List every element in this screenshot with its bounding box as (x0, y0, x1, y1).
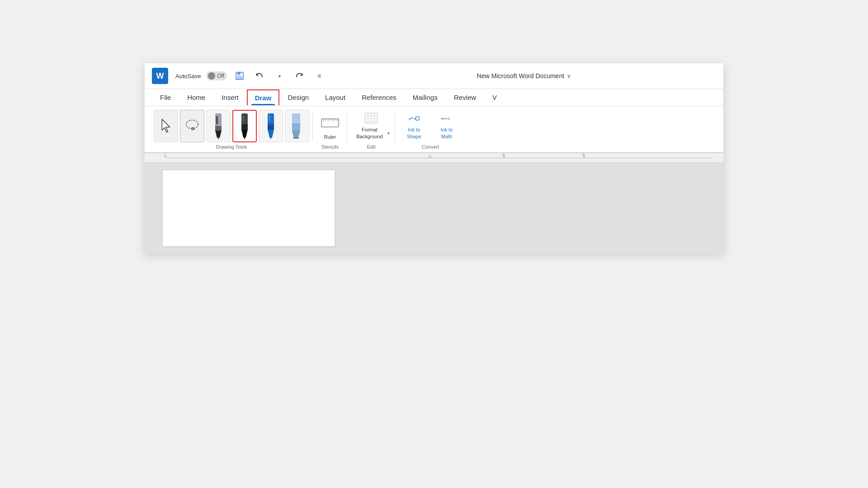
ruler-button[interactable]: Ruler (316, 111, 344, 141)
svg-rect-9 (215, 126, 222, 131)
svg-rect-2 (237, 76, 242, 79)
save-button[interactable] (232, 69, 247, 83)
edit-label: Edit (367, 144, 376, 150)
svg-marker-16 (244, 136, 245, 140)
svg-rect-1 (237, 72, 241, 75)
pen-gray-tool-button[interactable] (206, 110, 231, 142)
edit-items: Format Background ▾ (351, 110, 392, 142)
svg-marker-3 (162, 119, 170, 132)
app-window: W AutoSave Off ▾ (145, 63, 723, 253)
stencils-items: Ruler (316, 110, 344, 142)
word-logo: W (152, 68, 168, 84)
menu-references[interactable]: References (354, 89, 405, 106)
autosave-toggle[interactable]: Off (206, 71, 227, 80)
ink-to-shape-icon (404, 113, 424, 125)
autosave-label: AutoSave (175, 73, 201, 80)
document-area: · (145, 163, 723, 253)
undo-dropdown[interactable]: ▾ (272, 69, 287, 83)
redo-button[interactable] (292, 69, 307, 83)
select-tool-button[interactable] (154, 110, 178, 142)
svg-rect-42 (416, 117, 419, 120)
ribbon-group-convert: Ink toShape π Ink toMath Co (395, 110, 466, 150)
highlighter-blue-icon (289, 113, 305, 140)
margin-indicator: · (152, 170, 163, 246)
pen-blue-tool-button[interactable] (259, 110, 283, 142)
format-background-icon (360, 113, 382, 125)
document-title-text: New Microsoft Word Document (477, 72, 564, 80)
menu-draw[interactable]: Draw (247, 89, 280, 105)
cursor-icon (158, 118, 174, 134)
ink-to-math-label: Ink toMath (441, 127, 453, 140)
title-chevron[interactable]: ∨ (567, 73, 571, 79)
svg-marker-11 (217, 137, 219, 140)
format-background-button[interactable]: Format Background ▾ (351, 111, 392, 141)
pen-black-icon (238, 113, 251, 140)
svg-rect-26 (321, 119, 339, 127)
convert-label: Convert (422, 144, 439, 150)
format-background-label: Format Background (353, 127, 387, 140)
lasso-tool-button[interactable] (180, 110, 204, 142)
menu-home[interactable]: Home (179, 89, 213, 106)
pen-black-tool-button[interactable] (232, 110, 257, 142)
convert-items: Ink toShape π Ink toMath (399, 110, 462, 142)
menu-file[interactable]: File (152, 89, 179, 106)
ribbon-group-edit: Format Background ▾ Edit (347, 110, 395, 150)
lasso-icon (184, 117, 201, 135)
menu-view[interactable]: V (484, 89, 505, 106)
svg-rect-19 (268, 124, 274, 130)
svg-marker-15 (241, 130, 248, 137)
svg-rect-13 (242, 115, 244, 122)
ribbon: Drawing Tools Ruler (145, 106, 723, 153)
svg-rect-14 (241, 124, 248, 130)
menu-insert[interactable]: Insert (213, 89, 247, 106)
drawing-tools-items (154, 110, 309, 142)
drawing-tools-label: Drawing Tools (216, 144, 247, 150)
ruler-bar: L △ 6 5 (145, 153, 723, 163)
svg-rect-23 (292, 123, 300, 131)
pen-gray-icon (212, 113, 225, 140)
title-bar: W AutoSave Off ▾ (145, 63, 723, 89)
ink-to-shape-button[interactable]: Ink toShape (399, 111, 429, 141)
svg-marker-20 (268, 130, 274, 137)
svg-text:π: π (448, 116, 450, 121)
undo-button[interactable] (252, 69, 267, 83)
toggle-circle (208, 72, 215, 80)
svg-marker-24 (292, 131, 300, 138)
menu-review[interactable]: Review (446, 89, 484, 106)
ruler-mark-l: L (165, 153, 167, 158)
menu-design[interactable]: Design (279, 89, 317, 106)
ruler-label: Ruler (324, 134, 336, 140)
format-bg-dropdown: ▾ (387, 131, 390, 136)
menu-mailings[interactable]: Mailings (405, 89, 446, 106)
customize-qat-button[interactable]: ≡ (312, 69, 326, 83)
stencils-label: Stencils (321, 144, 339, 150)
document-title-bar: New Microsoft Word Document ∨ (332, 72, 716, 80)
svg-rect-18 (269, 115, 270, 122)
toggle-off-label: Off (217, 73, 224, 79)
svg-rect-8 (216, 116, 218, 124)
ink-to-math-button[interactable]: π Ink toMath (431, 111, 462, 141)
svg-rect-25 (293, 137, 299, 139)
redo-icon (295, 71, 304, 80)
svg-marker-10 (215, 131, 222, 138)
pen-blue-icon (264, 113, 278, 140)
svg-point-6 (193, 128, 193, 129)
menu-bar: File Home Insert Draw Design Layout Refe… (145, 89, 723, 106)
save-icon (235, 71, 244, 80)
highlighter-blue-tool-button[interactable] (285, 110, 309, 142)
document-page[interactable] (163, 170, 335, 246)
svg-rect-22 (292, 113, 300, 124)
undo-icon (255, 71, 264, 80)
ink-to-shape-label: Ink toShape (407, 127, 421, 140)
svg-marker-21 (270, 136, 272, 140)
ribbon-group-drawing-tools: Drawing Tools (150, 110, 313, 150)
ruler-icon (320, 113, 340, 132)
menu-layout[interactable]: Layout (317, 89, 354, 106)
ribbon-group-stencils: Ruler Stencils (313, 110, 347, 150)
ink-to-math-icon: π (437, 113, 457, 125)
